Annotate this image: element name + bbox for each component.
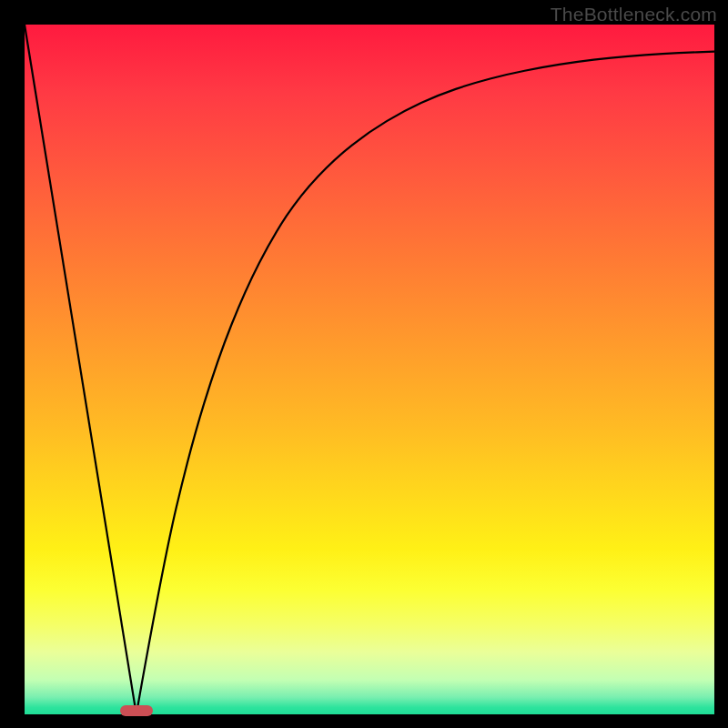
watermark-text: TheBottleneck.com bbox=[551, 4, 717, 25]
bottleneck-curve bbox=[25, 25, 714, 714]
optimum-marker bbox=[120, 705, 153, 716]
chart-frame: TheBottleneck.com bbox=[0, 0, 728, 728]
curve-left-branch bbox=[25, 25, 136, 714]
plot-area bbox=[25, 25, 714, 714]
curve-right-branch bbox=[136, 52, 714, 714]
